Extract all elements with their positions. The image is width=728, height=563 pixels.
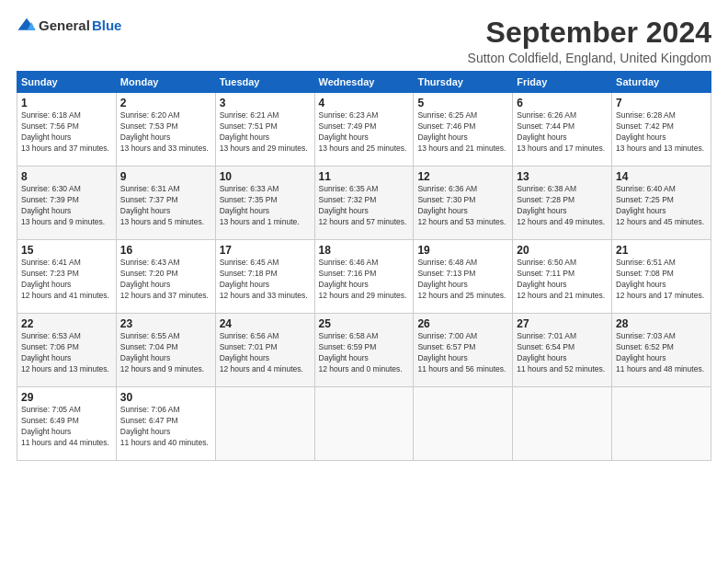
calendar-cell: 12Sunrise: 6:36 AMSunset: 7:30 PMDayligh… <box>414 167 513 240</box>
day-info: Sunrise: 7:06 AMSunset: 6:47 PMDaylight … <box>120 405 211 449</box>
day-number: 24 <box>220 317 311 330</box>
page: General Blue September 2024 Sutton Coldf… <box>0 0 728 563</box>
calendar-week-3: 15Sunrise: 6:41 AMSunset: 7:23 PMDayligh… <box>17 240 711 314</box>
col-header-sunday: Sunday <box>17 72 117 93</box>
logo-area: General Blue <box>17 17 121 33</box>
day-number: 7 <box>616 97 707 109</box>
calendar-cell: 13Sunrise: 6:38 AMSunset: 7:28 PMDayligh… <box>513 167 612 240</box>
calendar-cell: 5Sunrise: 6:25 AMSunset: 7:46 PMDaylight… <box>414 93 513 167</box>
day-number: 12 <box>417 170 508 183</box>
subtitle: Sutton Coldfield, England, United Kingdo… <box>468 51 711 65</box>
calendar-cell: 4Sunrise: 6:23 AMSunset: 7:49 PMDaylight… <box>314 93 414 167</box>
day-number: 20 <box>517 244 608 257</box>
day-info: Sunrise: 6:43 AMSunset: 7:20 PMDaylight … <box>120 258 211 302</box>
day-info: Sunrise: 6:23 AMSunset: 7:49 PMDaylight … <box>319 110 410 155</box>
day-number: 10 <box>220 170 311 183</box>
day-info: Sunrise: 7:03 AMSunset: 6:52 PMDaylight … <box>616 331 707 375</box>
calendar-week-4: 22Sunrise: 6:53 AMSunset: 7:06 PMDayligh… <box>17 314 711 387</box>
calendar-cell: 24Sunrise: 6:56 AMSunset: 7:01 PMDayligh… <box>215 314 314 387</box>
col-header-wednesday: Wednesday <box>314 72 414 93</box>
calendar-cell: 8Sunrise: 6:30 AMSunset: 7:39 PMDaylight… <box>17 167 117 240</box>
day-info: Sunrise: 7:05 AMSunset: 6:49 PMDaylight … <box>21 405 112 449</box>
calendar-cell <box>612 387 711 461</box>
logo-icon <box>17 17 37 33</box>
day-info: Sunrise: 6:21 AMSunset: 7:51 PMDaylight … <box>220 110 311 155</box>
day-number: 17 <box>220 244 311 257</box>
logo-text-blue: Blue <box>92 17 122 33</box>
day-info: Sunrise: 7:00 AMSunset: 6:57 PMDaylight … <box>417 331 508 375</box>
logo-text-general: General <box>39 17 90 33</box>
day-info: Sunrise: 6:51 AMSunset: 7:08 PMDaylight … <box>616 258 707 302</box>
col-header-tuesday: Tuesday <box>215 72 314 93</box>
day-info: Sunrise: 6:31 AMSunset: 7:37 PMDaylight … <box>120 184 211 228</box>
day-number: 27 <box>517 317 608 330</box>
calendar-cell: 11Sunrise: 6:35 AMSunset: 7:32 PMDayligh… <box>314 167 414 240</box>
calendar-cell: 26Sunrise: 7:00 AMSunset: 6:57 PMDayligh… <box>414 314 513 387</box>
calendar-cell: 23Sunrise: 6:55 AMSunset: 7:04 PMDayligh… <box>116 314 215 387</box>
day-number: 1 <box>21 97 112 109</box>
day-info: Sunrise: 6:53 AMSunset: 7:06 PMDaylight … <box>21 331 112 375</box>
day-info: Sunrise: 6:30 AMSunset: 7:39 PMDaylight … <box>21 184 112 228</box>
calendar-cell: 3Sunrise: 6:21 AMSunset: 7:51 PMDaylight… <box>215 93 314 167</box>
day-number: 19 <box>417 244 508 257</box>
day-number: 15 <box>21 244 112 257</box>
day-info: Sunrise: 6:33 AMSunset: 7:35 PMDaylight … <box>220 184 311 228</box>
day-number: 22 <box>21 317 112 330</box>
calendar-cell: 17Sunrise: 6:45 AMSunset: 7:18 PMDayligh… <box>215 240 314 314</box>
title-area: September 2024 Sutton Coldfield, England… <box>468 17 711 65</box>
calendar-cell: 2Sunrise: 6:20 AMSunset: 7:53 PMDaylight… <box>116 93 215 167</box>
calendar-cell: 25Sunrise: 6:58 AMSunset: 6:59 PMDayligh… <box>314 314 414 387</box>
calendar-cell: 30Sunrise: 7:06 AMSunset: 6:47 PMDayligh… <box>116 387 215 461</box>
logo: General Blue <box>17 17 121 33</box>
calendar-cell <box>314 387 414 461</box>
day-info: Sunrise: 6:50 AMSunset: 7:11 PMDaylight … <box>517 258 608 302</box>
calendar-cell: 18Sunrise: 6:46 AMSunset: 7:16 PMDayligh… <box>314 240 414 314</box>
day-number: 21 <box>616 244 707 257</box>
day-info: Sunrise: 6:48 AMSunset: 7:13 PMDaylight … <box>417 258 508 302</box>
calendar: SundayMondayTuesdayWednesdayThursdayFrid… <box>17 71 711 461</box>
calendar-week-2: 8Sunrise: 6:30 AMSunset: 7:39 PMDaylight… <box>17 167 711 240</box>
day-info: Sunrise: 6:45 AMSunset: 7:18 PMDaylight … <box>220 258 311 302</box>
calendar-cell: 14Sunrise: 6:40 AMSunset: 7:25 PMDayligh… <box>612 167 711 240</box>
calendar-cell: 9Sunrise: 6:31 AMSunset: 7:37 PMDaylight… <box>116 167 215 240</box>
calendar-cell: 22Sunrise: 6:53 AMSunset: 7:06 PMDayligh… <box>17 314 117 387</box>
calendar-cell: 19Sunrise: 6:48 AMSunset: 7:13 PMDayligh… <box>414 240 513 314</box>
calendar-cell: 1Sunrise: 6:18 AMSunset: 7:56 PMDaylight… <box>17 93 117 167</box>
calendar-cell: 29Sunrise: 7:05 AMSunset: 6:49 PMDayligh… <box>17 387 117 461</box>
day-info: Sunrise: 7:01 AMSunset: 6:54 PMDaylight … <box>517 331 608 375</box>
day-info: Sunrise: 6:28 AMSunset: 7:42 PMDaylight … <box>616 110 707 155</box>
calendar-week-1: 1Sunrise: 6:18 AMSunset: 7:56 PMDaylight… <box>17 93 711 167</box>
day-number: 6 <box>517 97 608 109</box>
calendar-cell: 10Sunrise: 6:33 AMSunset: 7:35 PMDayligh… <box>215 167 314 240</box>
day-info: Sunrise: 6:35 AMSunset: 7:32 PMDaylight … <box>319 184 410 228</box>
day-info: Sunrise: 6:26 AMSunset: 7:44 PMDaylight … <box>517 110 608 155</box>
calendar-cell <box>513 387 612 461</box>
day-number: 3 <box>220 97 311 109</box>
day-info: Sunrise: 6:36 AMSunset: 7:30 PMDaylight … <box>417 184 508 228</box>
month-title: September 2024 <box>468 17 711 49</box>
calendar-cell: 20Sunrise: 6:50 AMSunset: 7:11 PMDayligh… <box>513 240 612 314</box>
day-info: Sunrise: 6:25 AMSunset: 7:46 PMDaylight … <box>417 110 508 155</box>
day-number: 5 <box>417 97 508 109</box>
day-info: Sunrise: 6:18 AMSunset: 7:56 PMDaylight … <box>21 110 112 155</box>
day-info: Sunrise: 6:55 AMSunset: 7:04 PMDaylight … <box>120 331 211 375</box>
calendar-week-5: 29Sunrise: 7:05 AMSunset: 6:49 PMDayligh… <box>17 387 711 461</box>
day-number: 16 <box>120 244 211 257</box>
day-number: 25 <box>319 317 410 330</box>
calendar-cell: 7Sunrise: 6:28 AMSunset: 7:42 PMDaylight… <box>612 93 711 167</box>
calendar-cell: 28Sunrise: 7:03 AMSunset: 6:52 PMDayligh… <box>612 314 711 387</box>
day-number: 13 <box>517 170 608 183</box>
day-info: Sunrise: 6:56 AMSunset: 7:01 PMDaylight … <box>220 331 311 375</box>
day-info: Sunrise: 6:46 AMSunset: 7:16 PMDaylight … <box>319 258 410 302</box>
calendar-cell: 15Sunrise: 6:41 AMSunset: 7:23 PMDayligh… <box>17 240 117 314</box>
day-number: 8 <box>21 170 112 183</box>
day-info: Sunrise: 6:41 AMSunset: 7:23 PMDaylight … <box>21 258 112 302</box>
day-number: 26 <box>417 317 508 330</box>
calendar-header: SundayMondayTuesdayWednesdayThursdayFrid… <box>17 72 711 93</box>
header: General Blue September 2024 Sutton Coldf… <box>17 17 711 65</box>
calendar-cell: 21Sunrise: 6:51 AMSunset: 7:08 PMDayligh… <box>612 240 711 314</box>
col-header-saturday: Saturday <box>612 72 711 93</box>
day-info: Sunrise: 6:20 AMSunset: 7:53 PMDaylight … <box>120 110 211 155</box>
col-header-friday: Friday <box>513 72 612 93</box>
day-info: Sunrise: 6:40 AMSunset: 7:25 PMDaylight … <box>616 184 707 228</box>
